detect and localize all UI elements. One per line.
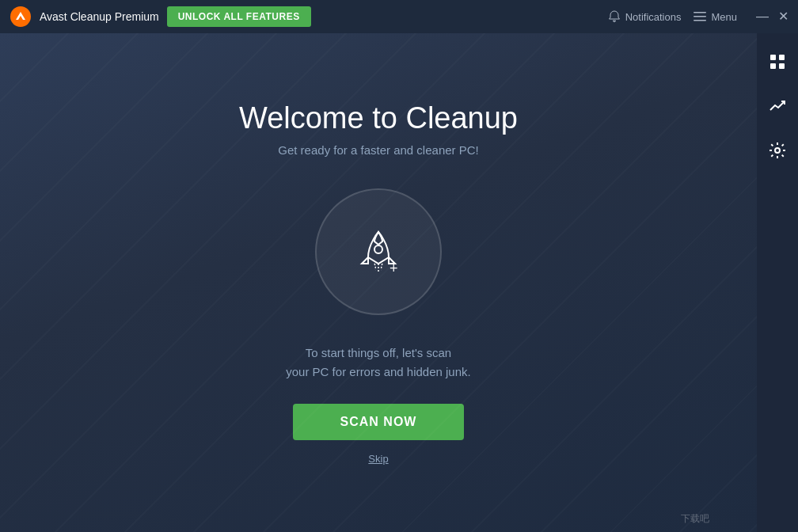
settings-icon bbox=[768, 141, 787, 160]
content-area: Welcome to Cleanup Get ready for a faste… bbox=[0, 33, 757, 532]
svg-rect-3 bbox=[694, 20, 706, 21]
avast-logo-icon bbox=[10, 6, 32, 28]
svg-rect-8 bbox=[770, 63, 776, 69]
menu-button[interactable]: Menu bbox=[694, 10, 737, 23]
sidebar-item-apps[interactable] bbox=[757, 41, 798, 82]
hamburger-icon bbox=[694, 10, 706, 23]
window-controls: — ✕ bbox=[756, 10, 788, 23]
close-button[interactable]: ✕ bbox=[778, 10, 788, 23]
chart-icon bbox=[768, 97, 787, 116]
sidebar-item-stats[interactable] bbox=[757, 86, 798, 127]
notifications-button[interactable]: Notifications bbox=[608, 10, 682, 23]
description-text: To start things off, let's scan your PC … bbox=[286, 344, 470, 382]
app-title: Avast Cleanup Premium bbox=[40, 10, 159, 23]
title-bar: Avast Cleanup Premium UNLOCK ALL FEATURE… bbox=[0, 0, 798, 33]
welcome-subtitle: Get ready for a faster and cleaner PC! bbox=[278, 143, 478, 157]
minimize-button[interactable]: — bbox=[756, 10, 769, 23]
title-bar-right: Notifications Menu — ✕ bbox=[608, 10, 788, 23]
title-bar-left: Avast Cleanup Premium UNLOCK ALL FEATURE… bbox=[10, 6, 608, 28]
sidebar-item-settings[interactable] bbox=[757, 130, 798, 171]
grid-icon bbox=[768, 52, 787, 71]
rocket-icon: + bbox=[343, 216, 414, 287]
svg-point-10 bbox=[775, 148, 780, 153]
svg-text:+: + bbox=[390, 260, 398, 276]
svg-rect-1 bbox=[694, 12, 706, 13]
svg-rect-6 bbox=[770, 55, 776, 60]
bell-icon bbox=[608, 10, 621, 23]
unlock-all-features-button[interactable]: UNLOCK ALL FEATURES bbox=[167, 6, 311, 27]
svg-point-4 bbox=[374, 245, 382, 253]
main-container: Welcome to Cleanup Get ready for a faste… bbox=[0, 33, 798, 532]
svg-rect-7 bbox=[779, 55, 785, 60]
svg-rect-9 bbox=[779, 63, 785, 69]
scan-now-button[interactable]: SCAN NOW bbox=[293, 404, 465, 440]
rocket-icon-container: + bbox=[315, 188, 442, 315]
welcome-title: Welcome to Cleanup bbox=[239, 101, 518, 135]
skip-button[interactable]: Skip bbox=[368, 453, 388, 465]
svg-rect-2 bbox=[694, 16, 706, 17]
right-sidebar bbox=[757, 33, 798, 532]
watermark: 下载吧 bbox=[681, 512, 709, 526]
